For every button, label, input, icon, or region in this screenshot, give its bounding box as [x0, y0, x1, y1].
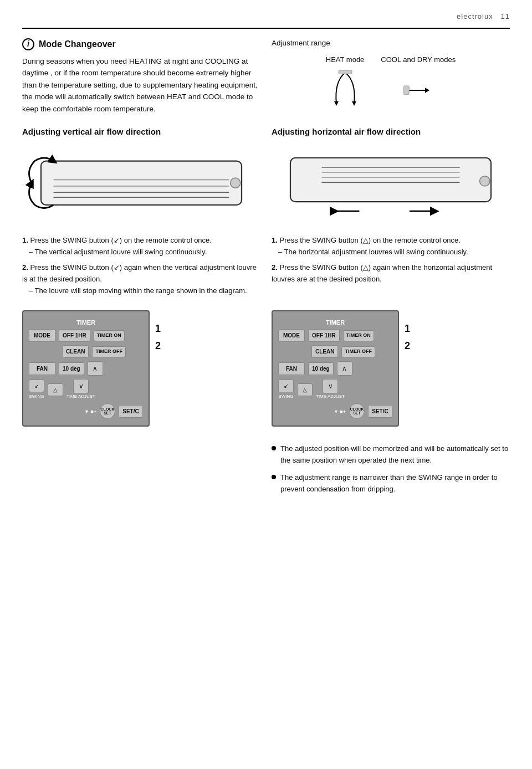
vertical-instructions: 1. Press the SWING button (↙) on the rem…	[22, 235, 260, 297]
mode-changeover-text: During seasons when you need HEATING at …	[22, 55, 260, 115]
mode-button-right[interactable]: MODE	[278, 329, 305, 342]
set-c-btn-left[interactable]: SET/C	[119, 405, 143, 418]
heat-arrow-svg	[329, 68, 362, 112]
adjustment-range-title: Adjustment range	[272, 38, 510, 49]
bullet-text-2: The adjustment range is narrower than th…	[280, 472, 510, 495]
up-button-right[interactable]: ∧	[337, 361, 352, 376]
svg-rect-2	[339, 70, 352, 74]
vertical-airflow-title: Adjusting vertical air flow direction	[22, 126, 260, 139]
time-adjust-label-left: TIME ADJUST	[66, 393, 95, 400]
timer-on-button-left[interactable]: TIMER ON	[94, 330, 125, 341]
battery-indicator-right: ▼ ■+	[334, 408, 346, 416]
numbering-right: 1 2	[405, 310, 410, 353]
svg-rect-4	[403, 86, 409, 95]
number-1-left: 1	[155, 321, 161, 336]
bullet-dot-2	[272, 475, 276, 479]
page-header: electrolux 11	[22, 11, 510, 29]
remote-right-area: TIMER MODE OFF 1HR TIMER ON CLEAN TIMER …	[272, 310, 510, 501]
timer-label-left: TIMER	[29, 318, 143, 327]
swing-triangle-btn-left[interactable]: △	[48, 383, 63, 396]
horizontal-ac-unit	[272, 148, 510, 224]
numbering-left: 1 2	[155, 310, 161, 353]
svg-marker-3	[425, 88, 429, 93]
remote-swing-row: ↙ SWING △ ∨ TIME ADJUST	[29, 379, 143, 400]
adjustment-diagrams: HEAT mode COOL and DRY modes	[272, 54, 510, 113]
vertical-instruction-text: 1. Press the SWING button (↙) on the rem…	[22, 235, 260, 297]
down-button-left[interactable]: ∨	[73, 379, 89, 393]
brand-name: electrolux	[457, 12, 493, 20]
set-c-btn-right[interactable]: SET/C	[368, 405, 392, 418]
vertical-airflow-section: Adjusting vertical air flow direction	[22, 126, 260, 143]
timer-off-button-left[interactable]: TIMER OFF	[92, 346, 126, 357]
swing-down-btn-left[interactable]: ↙	[29, 380, 44, 392]
info-icon: i	[22, 38, 34, 50]
adjustment-range: Adjustment range HEAT mode COOL and DRY …	[272, 38, 510, 115]
remote-left-area: TIMER MODE OFF 1HR TIMER ON CLEAN TIMER …	[22, 310, 260, 427]
horizontal-instructions: 1. Press the SWING button (△) on the rem…	[272, 235, 510, 297]
vertical-ac-unit	[22, 148, 260, 224]
remote-swing-row-right: ↙ SWING △ ∨ TIME ADJUST	[278, 379, 392, 400]
number-2-right: 2	[405, 339, 410, 353]
ac-diagrams	[22, 148, 510, 224]
svg-point-22	[480, 176, 490, 186]
svg-point-12	[231, 178, 241, 188]
svg-marker-1	[334, 101, 339, 106]
remote-section: TIMER MODE OFF 1HR TIMER ON CLEAN TIMER …	[22, 310, 510, 501]
heat-mode-diagram: HEAT mode	[326, 54, 365, 113]
swing-label-right: SWING	[278, 393, 293, 400]
remote-row-2-right: CLEAN TIMER OFF	[278, 345, 392, 358]
mode-changeover: i Mode Changeover During seasons when yo…	[22, 38, 260, 115]
battery-indicator-left: ▼ ■+	[84, 408, 96, 416]
bullet-dot-1	[272, 446, 276, 450]
clock-set-btn-right[interactable]: CLOCK SET	[349, 403, 365, 419]
bullets-section: The adjusted position will be memorized …	[272, 443, 510, 500]
remote-panel-right: TIMER MODE OFF 1HR TIMER ON CLEAN TIMER …	[272, 310, 399, 427]
fan-button-right[interactable]: FAN	[278, 362, 305, 375]
bullet-item-2: The adjustment range is narrower than th…	[272, 472, 510, 495]
horizontal-airflow-section: Adjusting horizontal air flow direction	[272, 126, 510, 143]
mode-button-left[interactable]: MODE	[29, 329, 55, 342]
svg-rect-13	[290, 158, 491, 202]
remote-panel-left: TIMER MODE OFF 1HR TIMER ON CLEAN TIMER …	[22, 310, 150, 427]
timer-off-button-right[interactable]: TIMER OFF	[341, 346, 375, 357]
cool-dry-label: COOL and DRY modes	[381, 54, 456, 65]
remote-fan-row-right: FAN 10 deg ∧	[278, 361, 392, 376]
off1hr-button-right[interactable]: OFF 1HR	[308, 329, 340, 342]
svg-rect-5	[41, 161, 242, 205]
page-number: 11	[501, 12, 510, 20]
bullet-item-1: The adjusted position will be memorized …	[272, 443, 510, 466]
bullet-text-1: The adjusted position will be memorized …	[280, 443, 510, 466]
clean-button-right[interactable]: CLEAN	[311, 345, 338, 358]
horizontal-ac-svg	[272, 148, 510, 224]
mode-changeover-title: i Mode Changeover	[22, 38, 260, 51]
remote-bottom-row-right: ▼ ■+ CLOCK SET SET/C	[278, 403, 392, 419]
fan-button-left[interactable]: FAN	[29, 362, 55, 375]
airflow-section: Adjusting vertical air flow direction Ad…	[22, 126, 510, 143]
remote-row-1: MODE OFF 1HR TIMER ON	[29, 329, 143, 342]
clean-button-left[interactable]: CLEAN	[62, 345, 89, 358]
swing-down-btn-right[interactable]: ↙	[278, 380, 294, 392]
top-section: i Mode Changeover During seasons when yo…	[22, 38, 510, 115]
clock-set-btn-left[interactable]: CLOCK SET	[100, 403, 115, 419]
timer-label-right: TIMER	[278, 318, 392, 327]
tendeg-button-right[interactable]: 10 deg	[308, 362, 334, 375]
swing-triangle-btn-right[interactable]: △	[297, 383, 313, 396]
horizontal-instruction-text: 1. Press the SWING button (△) on the rem…	[272, 235, 510, 285]
cool-dry-diagram: COOL and DRY modes	[381, 54, 456, 113]
tendeg-button-left[interactable]: 10 deg	[59, 362, 84, 375]
cool-arrow-svg	[402, 68, 435, 112]
up-button-left[interactable]: ∧	[88, 361, 103, 376]
off1hr-button-left[interactable]: OFF 1HR	[59, 329, 90, 342]
number-1-right: 1	[405, 321, 410, 336]
remote-bottom-row-left: ▼ ■+ CLOCK SET SET/C	[29, 403, 143, 419]
heat-mode-label: HEAT mode	[326, 54, 365, 65]
instructions-section: 1. Press the SWING button (↙) on the rem…	[22, 235, 510, 297]
swing-label-left: SWING	[29, 393, 44, 400]
svg-marker-0	[352, 101, 356, 106]
down-button-right[interactable]: ∨	[323, 379, 338, 393]
remote-fan-row: FAN 10 deg ∧	[29, 361, 143, 376]
horizontal-airflow-title: Adjusting horizontal air flow direction	[272, 126, 510, 139]
time-adjust-label-right: TIME ADJUST	[316, 393, 345, 400]
timer-on-button-right[interactable]: TIMER ON	[343, 330, 374, 341]
remote-row-1-right: MODE OFF 1HR TIMER ON	[278, 329, 392, 342]
